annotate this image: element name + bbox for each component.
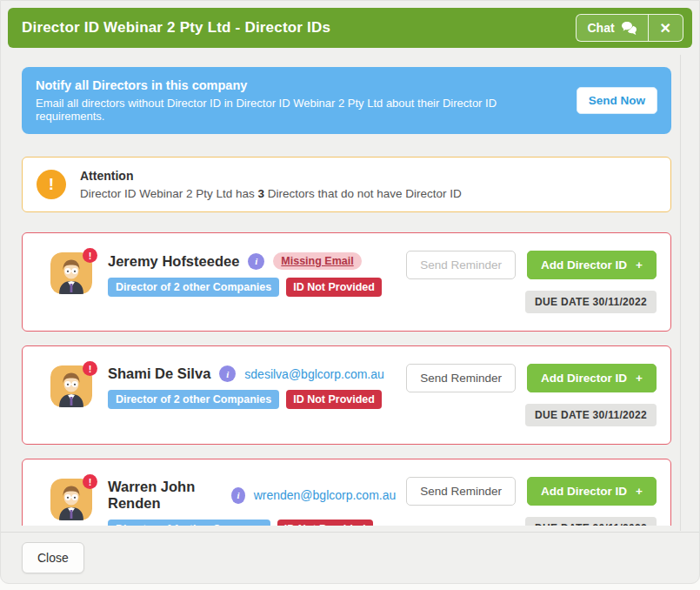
scrollbar-track[interactable] <box>680 55 692 531</box>
director-name: Warren John Renden <box>108 479 223 512</box>
director-card: ! Jeremy Hofsteedee i Missing Email Dire… <box>22 232 671 332</box>
companies-badge: Director of 2 other Companies <box>108 390 279 409</box>
modal-header: Director ID Webinar 2 Pty Ltd - Director… <box>8 8 692 48</box>
card-actions: Send Reminder Add Director ID+ DUE DATE … <box>406 477 657 526</box>
director-ids-modal: Director ID Webinar 2 Pty Ltd - Director… <box>0 0 700 584</box>
alert-circle-icon: ! <box>37 170 66 199</box>
notify-title: Notify all Directors in this company <box>36 78 563 92</box>
add-director-id-button[interactable]: Add Director ID+ <box>527 364 657 392</box>
modal-footer: Close <box>1 532 699 583</box>
card-actions: Send Reminder Add Director ID+ DUE DATE … <box>406 364 657 426</box>
companies-badge: Director of 2 other Companies <box>108 278 279 297</box>
header-actions: Chat ✕ <box>576 14 683 42</box>
send-reminder-button[interactable]: Send Reminder <box>406 251 516 279</box>
plus-icon: + <box>636 258 643 272</box>
chat-button[interactable]: Chat <box>577 15 647 41</box>
info-icon[interactable]: i <box>231 487 244 504</box>
plus-icon: + <box>636 485 643 498</box>
director-card: ! Shami De Silva i sdesilva@bglcorp.com.… <box>22 345 671 445</box>
chat-button-label: Chat <box>587 21 614 35</box>
send-now-button[interactable]: Send Now <box>577 87 657 114</box>
close-icon[interactable]: ✕ <box>648 15 683 41</box>
id-not-provided-badge: ID Not Provided <box>277 520 373 526</box>
info-icon[interactable]: i <box>219 365 236 382</box>
send-reminder-button[interactable]: Send Reminder <box>406 364 516 392</box>
notify-all-banner: Notify all Directors in this company Ema… <box>22 67 671 134</box>
chat-bubbles-icon <box>621 21 637 35</box>
due-date-badge: DUE DATE 30/11/2022 <box>525 404 657 426</box>
attention-text: Attention Director ID Webinar 2 Pty Ltd … <box>80 169 462 200</box>
notify-description: Email all directors without Director ID … <box>36 97 563 123</box>
director-info: Shami De Silva i sdesilva@bglcorp.com.au… <box>108 364 396 409</box>
avatar: ! <box>50 252 92 294</box>
director-name: Jeremy Hofsteedee <box>108 253 239 270</box>
plus-icon: + <box>636 372 643 385</box>
close-button[interactable]: Close <box>22 542 84 573</box>
director-info: Jeremy Hofsteedee i Missing Email Direct… <box>108 251 396 297</box>
avatar: ! <box>50 365 92 407</box>
modal-body: Notify all Directors in this company Ema… <box>8 55 680 526</box>
missing-id-alert-icon: ! <box>83 361 97 376</box>
attention-title: Attention <box>80 169 462 183</box>
director-info: Warren John Renden i wrenden@bglcorp.com… <box>108 477 396 526</box>
attention-box: ! Attention Director ID Webinar 2 Pty Lt… <box>22 157 671 212</box>
director-email-link[interactable]: sdesilva@bglcorp.com.au <box>244 367 384 381</box>
avatar: ! <box>50 479 92 520</box>
send-reminder-button[interactable]: Send Reminder <box>406 477 516 506</box>
attention-message: Director ID Webinar 2 Pty Ltd has 3 Dire… <box>80 187 462 200</box>
id-not-provided-badge: ID Not Provided <box>286 278 382 297</box>
card-actions: Send Reminder Add Director ID+ DUE DATE … <box>406 251 657 313</box>
missing-id-alert-icon: ! <box>83 248 97 263</box>
add-director-id-button[interactable]: Add Director ID+ <box>527 477 657 506</box>
due-date-badge: DUE DATE 30/11/2022 <box>525 291 657 313</box>
modal-title: Director ID Webinar 2 Pty Ltd - Director… <box>22 19 330 37</box>
notify-text: Notify all Directors in this company Ema… <box>36 78 577 123</box>
add-director-id-button[interactable]: Add Director ID+ <box>527 251 657 279</box>
director-card: ! Warren John Renden i wrenden@bglcorp.c… <box>22 459 671 526</box>
director-name: Shami De Silva <box>108 365 210 382</box>
director-email-link[interactable]: wrenden@bglcorp.com.au <box>254 488 397 502</box>
missing-id-alert-icon: ! <box>83 474 97 489</box>
info-icon[interactable]: i <box>248 253 264 270</box>
missing-email-badge[interactable]: Missing Email <box>273 252 361 270</box>
id-not-provided-badge: ID Not Provided <box>286 390 382 409</box>
director-count: 3 <box>258 187 265 200</box>
companies-badge: Director of 1 other Company <box>108 520 270 526</box>
due-date-badge: DUE DATE 30/11/2022 <box>525 517 657 526</box>
